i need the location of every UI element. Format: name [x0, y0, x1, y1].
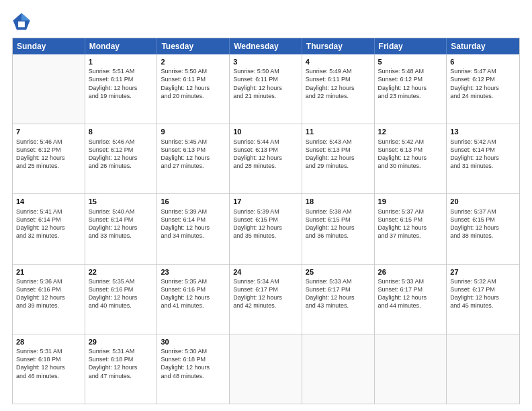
day-number: 12 [378, 127, 443, 136]
day-info: Sunrise: 5:45 AM Sunset: 6:13 PM Dayligh… [161, 138, 226, 171]
calendar-cell [13, 54, 85, 124]
header-thursday: Thursday [302, 38, 375, 54]
calendar-cell: 2Sunrise: 5:50 AM Sunset: 6:11 PM Daylig… [157, 54, 230, 124]
svg-rect-2 [18, 21, 25, 27]
calendar-cell: 4Sunrise: 5:49 AM Sunset: 6:11 PM Daylig… [302, 54, 375, 124]
header-saturday: Saturday [447, 38, 519, 54]
day-number: 28 [16, 337, 81, 347]
day-number: 22 [89, 267, 154, 277]
day-info: Sunrise: 5:46 AM Sunset: 6:12 PM Dayligh… [89, 138, 154, 171]
calendar-cell: 7Sunrise: 5:46 AM Sunset: 6:12 PM Daylig… [13, 124, 85, 193]
day-number: 17 [233, 197, 298, 206]
day-info: Sunrise: 5:43 AM Sunset: 6:13 PM Dayligh… [306, 138, 371, 171]
calendar-cell: 24Sunrise: 5:34 AM Sunset: 6:17 PM Dayli… [230, 265, 302, 334]
header-wednesday: Wednesday [230, 38, 302, 54]
calendar-cell: 13Sunrise: 5:42 AM Sunset: 6:14 PM Dayli… [447, 124, 519, 193]
day-info: Sunrise: 5:35 AM Sunset: 6:16 PM Dayligh… [89, 277, 154, 310]
day-number: 26 [378, 267, 443, 277]
day-info: Sunrise: 5:33 AM Sunset: 6:17 PM Dayligh… [306, 277, 371, 310]
day-number: 29 [89, 337, 154, 347]
header-monday: Monday [85, 38, 158, 54]
day-number: 3 [233, 57, 298, 66]
calendar-cell: 12Sunrise: 5:42 AM Sunset: 6:13 PM Dayli… [375, 124, 447, 193]
day-info: Sunrise: 5:31 AM Sunset: 6:18 PM Dayligh… [16, 347, 81, 380]
calendar-cell: 14Sunrise: 5:41 AM Sunset: 6:14 PM Dayli… [13, 194, 85, 263]
day-info: Sunrise: 5:35 AM Sunset: 6:16 PM Dayligh… [161, 277, 226, 310]
day-info: Sunrise: 5:44 AM Sunset: 6:13 PM Dayligh… [233, 138, 298, 171]
calendar-cell: 8Sunrise: 5:46 AM Sunset: 6:12 PM Daylig… [85, 124, 158, 193]
day-number: 11 [306, 127, 371, 136]
day-info: Sunrise: 5:40 AM Sunset: 6:14 PM Dayligh… [89, 208, 154, 240]
calendar-row-4: 28Sunrise: 5:31 AM Sunset: 6:18 PM Dayli… [13, 334, 519, 404]
calendar-cell: 11Sunrise: 5:43 AM Sunset: 6:13 PM Dayli… [302, 124, 375, 193]
day-number: 1 [89, 57, 154, 66]
calendar-cell: 29Sunrise: 5:31 AM Sunset: 6:18 PM Dayli… [85, 334, 158, 404]
calendar-cell [375, 334, 447, 404]
day-info: Sunrise: 5:42 AM Sunset: 6:13 PM Dayligh… [378, 138, 443, 171]
day-info: Sunrise: 5:51 AM Sunset: 6:11 PM Dayligh… [89, 67, 154, 100]
page: Sunday Monday Tuesday Wednesday Thursday… [0, 0, 532, 411]
day-number: 13 [450, 127, 516, 136]
day-number: 7 [16, 127, 81, 136]
calendar-cell: 19Sunrise: 5:37 AM Sunset: 6:15 PM Dayli… [375, 194, 447, 263]
header-friday: Friday [375, 38, 447, 54]
calendar-cell: 21Sunrise: 5:36 AM Sunset: 6:16 PM Dayli… [13, 265, 85, 334]
day-number: 24 [233, 267, 298, 277]
day-number: 23 [161, 267, 226, 277]
calendar-row-2: 14Sunrise: 5:41 AM Sunset: 6:14 PM Dayli… [13, 193, 519, 263]
calendar-cell: 22Sunrise: 5:35 AM Sunset: 6:16 PM Dayli… [85, 265, 158, 334]
day-number: 16 [161, 197, 226, 206]
svg-marker-1 [21, 13, 30, 20]
day-info: Sunrise: 5:38 AM Sunset: 6:15 PM Dayligh… [306, 208, 371, 240]
day-number: 18 [306, 197, 371, 206]
day-info: Sunrise: 5:32 AM Sunset: 6:17 PM Dayligh… [450, 277, 516, 310]
day-info: Sunrise: 5:49 AM Sunset: 6:11 PM Dayligh… [306, 67, 371, 100]
day-info: Sunrise: 5:50 AM Sunset: 6:11 PM Dayligh… [233, 67, 298, 100]
day-info: Sunrise: 5:47 AM Sunset: 6:12 PM Dayligh… [450, 67, 516, 100]
day-number: 5 [378, 57, 443, 66]
calendar-cell: 9Sunrise: 5:45 AM Sunset: 6:13 PM Daylig… [157, 124, 230, 193]
day-info: Sunrise: 5:48 AM Sunset: 6:12 PM Dayligh… [378, 67, 443, 100]
calendar-cell: 20Sunrise: 5:37 AM Sunset: 6:15 PM Dayli… [447, 194, 519, 263]
calendar-cell: 3Sunrise: 5:50 AM Sunset: 6:11 PM Daylig… [230, 54, 302, 124]
calendar-cell: 1Sunrise: 5:51 AM Sunset: 6:11 PM Daylig… [85, 54, 158, 124]
calendar-cell: 17Sunrise: 5:39 AM Sunset: 6:15 PM Dayli… [230, 194, 302, 263]
calendar-cell [302, 334, 375, 404]
day-info: Sunrise: 5:41 AM Sunset: 6:14 PM Dayligh… [16, 208, 81, 240]
day-number: 8 [89, 127, 154, 136]
day-info: Sunrise: 5:42 AM Sunset: 6:14 PM Dayligh… [450, 138, 516, 171]
calendar-cell: 23Sunrise: 5:35 AM Sunset: 6:16 PM Dayli… [157, 265, 230, 334]
calendar: Sunday Monday Tuesday Wednesday Thursday… [12, 38, 520, 404]
day-info: Sunrise: 5:33 AM Sunset: 6:17 PM Dayligh… [378, 277, 443, 310]
logo [12, 12, 34, 31]
calendar-cell: 6Sunrise: 5:47 AM Sunset: 6:12 PM Daylig… [447, 54, 519, 124]
day-info: Sunrise: 5:31 AM Sunset: 6:18 PM Dayligh… [89, 347, 154, 380]
calendar-row-1: 7Sunrise: 5:46 AM Sunset: 6:12 PM Daylig… [13, 124, 519, 193]
day-info: Sunrise: 5:30 AM Sunset: 6:18 PM Dayligh… [161, 347, 226, 380]
calendar-cell: 16Sunrise: 5:39 AM Sunset: 6:14 PM Dayli… [157, 194, 230, 263]
day-number: 27 [450, 267, 516, 277]
calendar-cell: 30Sunrise: 5:30 AM Sunset: 6:18 PM Dayli… [157, 334, 230, 404]
logo-icon [12, 12, 31, 31]
calendar-row-3: 21Sunrise: 5:36 AM Sunset: 6:16 PM Dayli… [13, 264, 519, 334]
day-number: 6 [450, 57, 516, 66]
calendar-header: Sunday Monday Tuesday Wednesday Thursday… [13, 38, 519, 54]
calendar-row-0: 1Sunrise: 5:51 AM Sunset: 6:11 PM Daylig… [13, 54, 519, 124]
calendar-cell [230, 334, 302, 404]
day-number: 21 [16, 267, 81, 277]
day-number: 9 [161, 127, 226, 136]
calendar-cell: 27Sunrise: 5:32 AM Sunset: 6:17 PM Dayli… [447, 265, 519, 334]
header-sunday: Sunday [13, 38, 85, 54]
calendar-cell: 25Sunrise: 5:33 AM Sunset: 6:17 PM Dayli… [302, 265, 375, 334]
calendar-cell: 15Sunrise: 5:40 AM Sunset: 6:14 PM Dayli… [85, 194, 158, 263]
day-info: Sunrise: 5:37 AM Sunset: 6:15 PM Dayligh… [378, 208, 443, 240]
day-info: Sunrise: 5:39 AM Sunset: 6:15 PM Dayligh… [233, 208, 298, 240]
header [12, 12, 520, 31]
day-number: 25 [306, 267, 371, 277]
calendar-cell [447, 334, 519, 404]
day-number: 4 [306, 57, 371, 66]
day-number: 14 [16, 197, 81, 206]
day-number: 19 [378, 197, 443, 206]
day-number: 2 [161, 57, 226, 66]
day-info: Sunrise: 5:46 AM Sunset: 6:12 PM Dayligh… [16, 138, 81, 171]
